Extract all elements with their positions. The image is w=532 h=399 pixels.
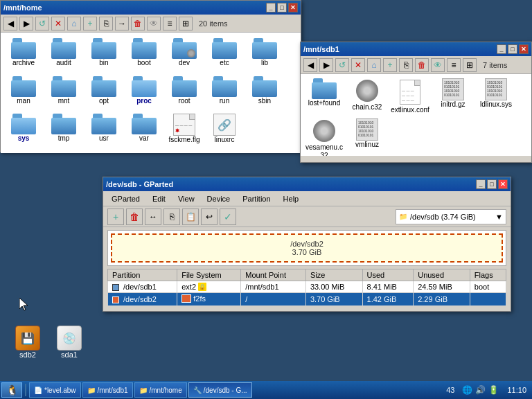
gparted-close-button[interactable]: ✕ [498, 179, 508, 189]
sdb1-vesamenu[interactable]: vesamenu.c32 [303, 117, 345, 156]
list-view-button[interactable]: ≡ [163, 17, 177, 30]
taskbar-abw-button[interactable]: 📄 *level.abw [29, 382, 81, 398]
file-sbin[interactable]: sbin [246, 75, 283, 110]
svg-marker-0 [19, 298, 28, 310]
view-toggle[interactable]: 👁 [147, 17, 161, 30]
file-sys[interactable]: sys [5, 112, 42, 149]
gp-paste-button[interactable]: 📋 [182, 209, 199, 225]
file-tmp[interactable]: tmp [45, 112, 82, 149]
sdb1-back-button[interactable]: ◀ [303, 58, 317, 72]
menu-partition[interactable]: Partition [237, 193, 276, 204]
file-man[interactable]: man [5, 75, 42, 110]
sdb1-minimize-button[interactable]: _ [497, 44, 506, 54]
file-opt[interactable]: opt [85, 75, 123, 110]
icon-view-button[interactable]: ⊞ [179, 17, 193, 30]
file-linuxrc[interactable]: 🔗 linuxrc [206, 112, 243, 149]
sdb1-maximize-button[interactable]: □ [508, 44, 517, 54]
sdb1-initrd-gz[interactable]: 10101010010101011010101001010101 initrd.… [432, 77, 474, 116]
tray-sound-icon[interactable]: 🔊 [475, 384, 486, 396]
sdb1-forward-button[interactable]: ▶ [319, 58, 333, 72]
row2-used: 1.42 GiB [362, 293, 414, 306]
file-fsckme[interactable]: — — — — ✱ fsckme.flg [166, 112, 203, 149]
file-boot[interactable]: boot [125, 37, 163, 72]
home-minimize-button[interactable]: _ [266, 3, 276, 12]
menu-gparted[interactable]: GParted [106, 193, 145, 204]
home-close-button[interactable]: ✕ [288, 3, 298, 12]
sdb1-extlinux-conf[interactable]: — — —— — —— — — extlinux.conf [389, 77, 431, 116]
gp-resize-button[interactable]: ↔ [145, 209, 161, 225]
taskbar-abw-label: *level.abw [44, 387, 76, 394]
gp-delete-button[interactable]: 🗑 [126, 209, 143, 225]
home-maximize-button[interactable]: □ [277, 3, 287, 12]
sdb1-view-toggle[interactable]: 👁 [431, 58, 445, 72]
taskbar-sdb1-button[interactable]: 📁 /mnt/sdb1 [82, 382, 133, 398]
taskbar-sdb1-label: /mnt/sdb1 [98, 387, 128, 394]
file-bin[interactable]: bin [85, 37, 123, 72]
file-audit[interactable]: audit [45, 37, 82, 72]
th-flags: Flags [470, 269, 506, 281]
sdb1-home-button[interactable]: ⌂ [367, 58, 381, 72]
file-lib[interactable]: lib [246, 37, 283, 72]
desktop-icon-sda1[interactable]: 💿 sda1 [48, 326, 90, 359]
sdb1-icon-view[interactable]: ⊞ [463, 58, 477, 72]
copy-button[interactable]: ⎘ [99, 17, 113, 30]
row1-unused: 24.59 MiB [414, 281, 470, 293]
sdb1-chain-c32[interactable]: chain.c32 [346, 77, 388, 116]
taskbar-home-button[interactable]: 📁 /mnt/home [134, 382, 187, 398]
table-row[interactable]: /dev/sdb2 f2fs / 3.70 GiB 1.42 GiB 2.29 … [108, 293, 506, 306]
menu-device[interactable]: Device [202, 193, 236, 204]
reload-button[interactable]: ↺ [35, 17, 49, 30]
file-run[interactable]: run [206, 75, 243, 110]
move-button[interactable]: → [115, 17, 129, 30]
gp-device-dropdown[interactable]: 📁 /dev/sdb (3.74 GiB) ▼ [396, 209, 506, 224]
sdb1-ldlinux-sys[interactable]: 10101010010101011010101001010101 ldlinux… [475, 77, 517, 116]
forward-button[interactable]: ▶ [19, 17, 33, 30]
th-used: Used [362, 269, 414, 281]
row1-fs: ext2 🔒 [177, 281, 241, 293]
menu-view[interactable]: View [172, 193, 200, 204]
new-folder-button[interactable]: + [83, 17, 97, 30]
file-archive[interactable]: archive [5, 37, 42, 72]
sdb1-stop-button[interactable]: ✕ [351, 58, 365, 72]
taskbar-gparted-button[interactable]: 🔧 /dev/sdb - G... [188, 382, 252, 398]
gp-apply-button[interactable]: ✓ [220, 209, 236, 225]
back-button[interactable]: ◀ [3, 17, 17, 30]
taskbar-gparted-label: /dev/sdb - G... [204, 387, 247, 394]
file-etc[interactable]: etc [206, 37, 243, 72]
home-file-grid: archive audit bin boot dev etc [1, 33, 301, 153]
table-row[interactable]: /dev/sdb1 ext2 🔒 /mnt/sdb1 33.00 MiB 8.4… [108, 281, 506, 293]
sdb1-reload-button[interactable]: ↺ [335, 58, 349, 72]
gparted-toolbar: + 🗑 ↔ ⎘ 📋 ↩ ✓ 📁 /dev/sdb (3.74 GiB) ▼ [103, 206, 511, 227]
desktop-icon-sdb2[interactable]: 💾 sdb2 [7, 326, 48, 359]
sdb1-lost-found[interactable]: lost+found [303, 77, 345, 116]
menu-edit[interactable]: Edit [147, 193, 171, 204]
gparted-title-bar: /dev/sdb - GParted _ □ ✕ [103, 177, 511, 191]
sdb1-close-button[interactable]: ✕ [519, 44, 529, 54]
home-nav-button[interactable]: ⌂ [67, 17, 81, 30]
sdb1-list-view[interactable]: ≡ [447, 58, 461, 72]
file-var[interactable]: var [125, 112, 163, 149]
gp-copy-button[interactable]: ⎘ [163, 209, 180, 225]
tray-battery-icon[interactable]: 🔋 [488, 384, 499, 396]
file-usr[interactable]: usr [85, 112, 123, 149]
sdb1-delete-button[interactable]: 🗑 [415, 58, 429, 72]
th-partition: Partition [108, 269, 177, 281]
stop-button[interactable]: ✕ [51, 17, 65, 30]
sdb1-copy-button[interactable]: ⎘ [399, 58, 413, 72]
sdb1-new-folder-button[interactable]: + [383, 58, 397, 72]
gp-undo-button[interactable]: ↩ [201, 209, 218, 225]
start-button[interactable]: 🐧 [1, 382, 22, 398]
file-root[interactable]: root [166, 75, 203, 110]
tray-network-icon[interactable]: 🌐 [461, 384, 472, 396]
taskbar-clock: 11:10 [503, 386, 531, 394]
file-dev[interactable]: dev [166, 37, 203, 72]
delete-button[interactable]: 🗑 [131, 17, 145, 30]
sdb1-vmlinuz[interactable]: 10101010010101011010101001010101 vmlinuz [346, 117, 388, 156]
gp-new-button[interactable]: + [107, 209, 124, 225]
gparted-maximize-button[interactable]: □ [487, 179, 497, 189]
menu-help[interactable]: Help [278, 193, 305, 204]
gparted-minimize-button[interactable]: _ [476, 179, 486, 189]
file-proc[interactable]: proc [125, 75, 163, 110]
file-mnt[interactable]: mnt [45, 75, 82, 110]
th-size: Size [305, 269, 362, 281]
